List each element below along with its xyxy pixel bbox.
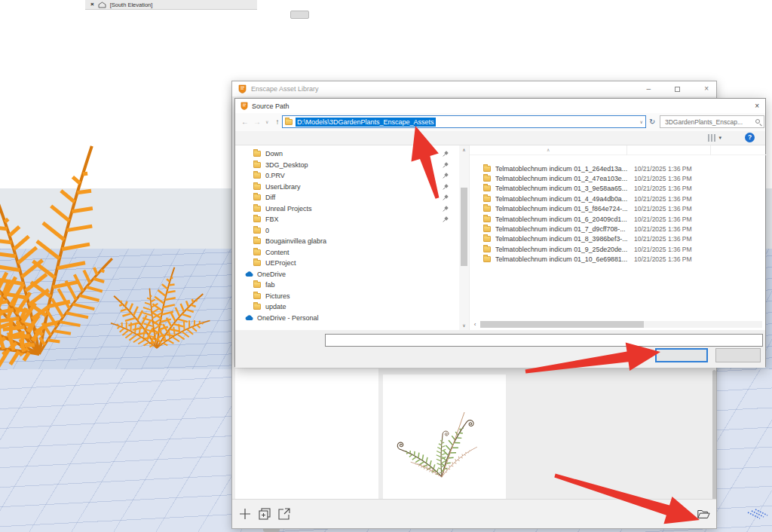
tree-item-fbx[interactable]: FBX <box>235 214 459 225</box>
pin-icon[interactable] <box>443 206 449 212</box>
tree-item-label: FBX <box>265 216 279 223</box>
scroll-down-icon[interactable]: ∨ <box>459 323 469 328</box>
file-row[interactable]: Telmatoblechnum indicum 01_5_f864e724-..… <box>470 204 767 214</box>
tree-item-update[interactable]: update <box>235 301 459 313</box>
tree-item-diff[interactable]: Diff <box>235 192 459 203</box>
export-asset-button[interactable] <box>277 507 291 521</box>
folder-icon <box>483 256 491 262</box>
tree-item-label: fab <box>265 281 275 289</box>
source-path-titlebar[interactable]: Source Path × <box>235 99 765 113</box>
pin-icon[interactable] <box>443 184 449 190</box>
column-divider[interactable] <box>626 145 627 155</box>
file-list-pane: ∧ Telmatoblechnum indicum 01_1_264ed13a.… <box>469 145 767 330</box>
file-row[interactable]: Telmatoblechnum indicum 01_8_3986bef3-..… <box>470 234 767 244</box>
help-button[interactable]: ? <box>745 133 755 142</box>
pin-icon[interactable] <box>443 151 449 157</box>
file-modified-date: 10/21/2025 1:36 PM <box>634 175 692 182</box>
address-bar[interactable]: D:\Models\3DGardenPlants_Enscape_Assets … <box>282 115 646 128</box>
tree-item-onedrive[interactable]: OneDrive <box>235 269 459 280</box>
asset-grid-scrollbar[interactable] <box>712 370 716 504</box>
cad-toolbar-fragment[interactable] <box>290 11 309 19</box>
history-dropdown-icon[interactable]: ∨ <box>263 120 271 124</box>
pin-icon[interactable] <box>443 173 449 179</box>
view-tab-south-elevation[interactable]: × [South Elevation] <box>85 0 257 9</box>
tab-close-icon[interactable]: × <box>90 2 94 8</box>
tree-scrollbar[interactable]: ∧ ∨ <box>459 145 469 330</box>
file-row[interactable]: Telmatoblechnum indicum 01_1_264ed13a...… <box>470 164 767 173</box>
tree-item-onedrive-personal[interactable]: OneDrive - Personal <box>235 313 459 324</box>
search-input[interactable]: 3DGardenPlants_Enscap... <box>660 115 764 128</box>
folder-icon <box>253 216 261 222</box>
hscrollbar-thumb[interactable] <box>480 321 644 328</box>
view-mode-button[interactable]: ▾ <box>708 134 721 142</box>
pin-icon[interactable] <box>443 216 449 222</box>
dialog-close-icon[interactable]: × <box>755 102 759 110</box>
asset-library-titlebar[interactable]: Enscape Asset Library – × <box>232 81 716 97</box>
file-row[interactable]: Telmatoblechnum indicum 01_9_25de20de...… <box>470 244 767 254</box>
scroll-left-icon[interactable]: ‹ <box>470 321 480 328</box>
minimize-button[interactable]: – <box>647 85 651 93</box>
tree-item-userlibrary[interactable]: UserLibrary <box>235 182 459 193</box>
folder-icon <box>285 119 293 125</box>
pin-icon[interactable] <box>443 194 449 200</box>
back-icon[interactable]: ← <box>239 118 251 126</box>
file-modified-date: 10/21/2025 1:36 PM <box>634 165 692 173</box>
close-button[interactable]: × <box>704 85 709 93</box>
file-list-header[interactable]: ∧ <box>470 145 767 155</box>
dialog-footer <box>235 330 765 368</box>
pin-icon[interactable] <box>443 162 449 168</box>
tree-item-label: 0.PRV <box>265 172 285 179</box>
tree-item-down[interactable]: Down <box>235 148 459 160</box>
up-icon[interactable]: ↑ <box>273 118 281 126</box>
file-row[interactable]: Telmatoblechnum indicum 01_10_6e69881...… <box>470 255 767 264</box>
tree-item-3dg-desktop[interactable]: 3DG_Desktop <box>235 160 459 171</box>
tree-item-pictures[interactable]: Pictures <box>235 291 459 302</box>
onedrive-cloud-icon <box>244 314 254 321</box>
dialog-nav-bar: ← → ∨ ↑ D:\Models\3DGardenPlants_Enscape… <box>235 113 765 131</box>
asset-tile-fern[interactable] <box>383 375 506 499</box>
folder-icon <box>483 185 491 191</box>
filename-input[interactable] <box>325 334 763 347</box>
address-dropdown-icon[interactable]: ∨ <box>640 119 643 124</box>
asset-tile-empty[interactable] <box>235 368 378 500</box>
select-folder-button[interactable] <box>655 348 708 362</box>
scroll-up-icon[interactable]: ∧ <box>459 147 469 152</box>
file-row[interactable]: Telmatoblechnum indicum 01_7_d9cff708-..… <box>470 224 767 234</box>
tree-item-bougainvillea-glabra[interactable]: Bougainvillea glabra <box>235 236 459 247</box>
forward-icon[interactable]: → <box>251 118 263 126</box>
asset-library-toolbar <box>232 499 716 528</box>
open-source-folder-button[interactable] <box>697 507 710 521</box>
search-icon <box>755 119 760 124</box>
file-name: Telmatoblechnum indicum 01_5_f864e724-..… <box>495 205 634 212</box>
file-row[interactable]: Telmatoblechnum indicum 01_4_49a4db0a...… <box>470 194 767 203</box>
tree-item-label: UserLibrary <box>265 183 301 191</box>
hscrollbar-track[interactable] <box>480 321 762 328</box>
address-path-selected: D:\Models\3DGardenPlants_Enscape_Assets <box>296 118 436 127</box>
enscape-watermark <box>745 506 772 524</box>
file-modified-date: 10/21/2025 1:36 PM <box>634 235 692 243</box>
file-modified-date: 10/21/2025 1:36 PM <box>634 195 692 203</box>
tree-item-unreal-projects[interactable]: Unreal Projects <box>235 203 459 215</box>
file-list-hscrollbar[interactable]: ‹ <box>470 320 767 329</box>
tree-scrollbar-thumb[interactable] <box>461 188 467 266</box>
tree-item-0[interactable]: 0 <box>235 225 459 237</box>
cancel-button[interactable] <box>715 348 761 362</box>
file-row[interactable]: Telmatoblechnum indicum 01_6_20409cd1...… <box>470 214 767 224</box>
maximize-button[interactable] <box>675 87 680 92</box>
tree-item-label: Diff <box>265 194 275 201</box>
refresh-icon[interactable]: ↻ <box>649 118 655 126</box>
folder-icon <box>253 238 261 244</box>
file-row[interactable]: Telmatoblechnum indicum 01_3_9e58aa65...… <box>470 184 767 194</box>
column-divider[interactable] <box>710 145 711 155</box>
tree-item-content[interactable]: Content <box>235 247 459 258</box>
dialog-main-panes: Down3DG_Desktop0.PRVUserLibraryDiffUnrea… <box>235 145 765 330</box>
tree-item-ueproject[interactable]: UEProject <box>235 258 459 269</box>
tree-item-0-prv[interactable]: 0.PRV <box>235 170 459 182</box>
file-name: Telmatoblechnum indicum 01_2_47ea103e... <box>495 175 634 182</box>
tree-item-label: Content <box>265 249 290 256</box>
file-row[interactable]: Telmatoblechnum indicum 01_2_47ea103e...… <box>470 173 767 183</box>
duplicate-asset-button[interactable] <box>258 507 271 521</box>
tree-item-fab[interactable]: fab <box>235 280 459 291</box>
folder-icon <box>253 249 261 255</box>
add-asset-button[interactable] <box>238 507 252 521</box>
